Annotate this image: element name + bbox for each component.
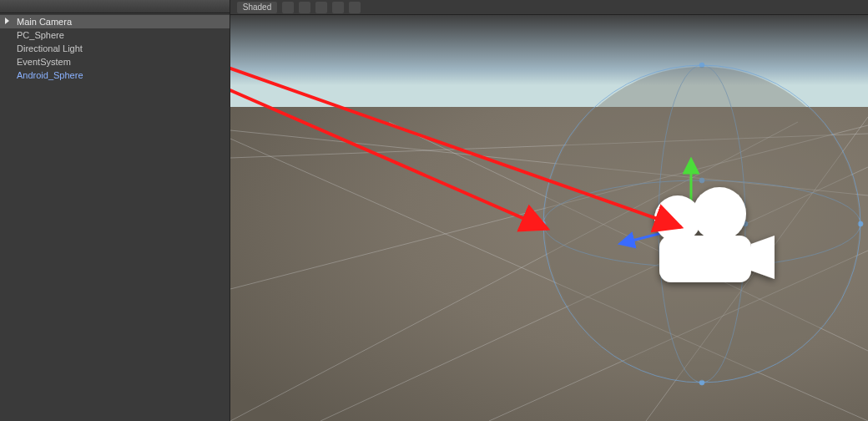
hierarchy-item-eventsystem[interactable]: EventSystem [0, 55, 230, 68]
hierarchy-panel: Create Main Camera PC_Sphere Directional… [0, 0, 230, 421]
hierarchy-item-label: Main Camera [17, 17, 72, 27]
scene-view[interactable]: Shaded [230, 0, 868, 421]
hierarchy-item-label: Directional Light [17, 43, 83, 53]
hierarchy-item-label: EventSystem [17, 57, 71, 67]
toolbar-audio-toggle-icon[interactable] [315, 2, 327, 13]
svg-point-25 [693, 187, 746, 241]
hierarchy-item-label: PC_Sphere [17, 30, 64, 40]
shading-mode-dropdown[interactable]: Shaded [237, 2, 277, 13]
hierarchy-item-main-camera[interactable]: Main Camera [0, 15, 230, 28]
hierarchy-item-label: Android_Sphere [17, 70, 83, 80]
toolbar-fx-toggle-icon[interactable] [332, 2, 344, 13]
hierarchy-list: Main Camera PC_Sphere Directional Light … [0, 13, 230, 421]
hierarchy-item-android-sphere[interactable]: Android_Sphere [0, 68, 230, 82]
hierarchy-item-directional-light[interactable]: Directional Light [0, 42, 230, 55]
toolbar-2d-toggle[interactable] [282, 2, 294, 13]
expand-icon[interactable] [5, 18, 9, 24]
toolbar-gizmos-dropdown-icon[interactable] [349, 2, 361, 13]
hierarchy-header: Create [0, 0, 230, 13]
scene-canvas[interactable] [230, 0, 868, 421]
scene-toolbar: Shaded [230, 0, 868, 15]
hierarchy-item-pc-sphere[interactable]: PC_Sphere [0, 28, 230, 42]
svg-rect-26 [659, 236, 751, 282]
toolbar-light-toggle-icon[interactable] [299, 2, 310, 13]
